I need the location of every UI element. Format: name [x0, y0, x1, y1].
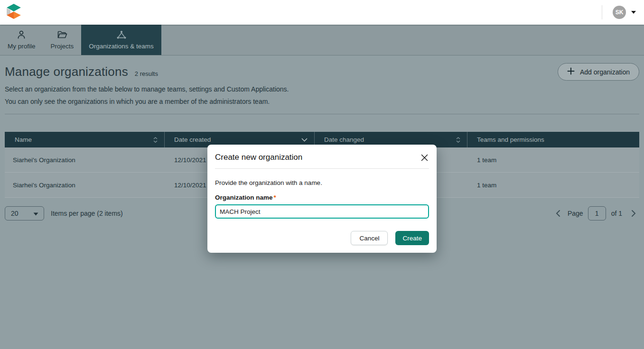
page-label: Page: [568, 210, 583, 217]
sort-updown-icon: [153, 137, 158, 143]
items-per-page-value: 20: [11, 210, 19, 217]
page-description-1: Select an organization from the table be…: [5, 85, 639, 93]
sort-updown-icon: [456, 137, 460, 143]
column-label: Date created: [174, 136, 211, 143]
page-number-input[interactable]: [588, 206, 606, 220]
tab-organizations-teams[interactable]: Organizations & teams: [81, 25, 161, 55]
cell-teams: 1 team: [467, 182, 639, 189]
tab-projects[interactable]: Projects: [43, 25, 82, 55]
required-marker: *: [274, 194, 276, 201]
cell-teams: 1 team: [467, 156, 639, 164]
tab-label: Organizations & teams: [89, 43, 154, 50]
nav-tab-bar: My profile Projects Organizations & team…: [0, 25, 644, 55]
modal-description: Provide the organization with a name.: [215, 179, 429, 186]
cell-org-name: Siarhei's Organization: [5, 182, 165, 189]
items-per-page-select[interactable]: 20: [5, 206, 44, 220]
user-menu-caret-down-icon[interactable]: [631, 10, 636, 14]
organization-name-label: Organization name: [215, 194, 273, 201]
org-network-icon: [116, 30, 127, 39]
modal-title: Create new organization: [215, 153, 302, 162]
column-label: Teams and permissions: [477, 136, 544, 143]
person-icon: [17, 30, 26, 39]
organization-name-input[interactable]: [215, 204, 429, 219]
folder-icon: [57, 30, 67, 39]
column-label: Name: [15, 136, 32, 143]
page-title: Manage organizations: [5, 64, 128, 79]
add-organization-label: Add organization: [580, 68, 630, 76]
chevron-right-icon[interactable]: [628, 209, 639, 218]
section-divider: [5, 114, 639, 114]
caret-down-icon: [33, 210, 38, 217]
tab-label: Projects: [51, 43, 74, 50]
top-bar: SK: [0, 0, 644, 25]
add-organization-button[interactable]: Add organization: [558, 63, 639, 81]
avatar[interactable]: SK: [613, 6, 626, 19]
plus-icon: [567, 67, 575, 76]
topbar-divider: [602, 5, 602, 19]
chevron-left-icon[interactable]: [552, 209, 564, 218]
create-organization-modal: Create new organization Provide the orga…: [207, 145, 437, 253]
commercetools-cube-logo[interactable]: [6, 3, 22, 21]
close-icon[interactable]: [420, 153, 429, 162]
create-button[interactable]: Create: [395, 231, 429, 245]
page-description-2: You can only see the organizations in wh…: [5, 98, 639, 106]
column-header-name[interactable]: Name: [5, 132, 165, 147]
column-label: Date changed: [324, 136, 364, 143]
page-total-label: of 1: [611, 210, 622, 217]
results-count: 2 results: [135, 70, 158, 77]
tab-label: My profile: [8, 43, 36, 50]
chevron-down-icon: [301, 136, 308, 143]
cancel-button[interactable]: Cancel: [351, 231, 388, 245]
cell-org-name: Siarhei's Organization: [5, 156, 165, 164]
items-per-page-label: Items per page (2 items): [51, 210, 123, 217]
tab-my-profile[interactable]: My profile: [0, 25, 43, 55]
column-header-teams: Teams and permissions: [467, 132, 639, 147]
